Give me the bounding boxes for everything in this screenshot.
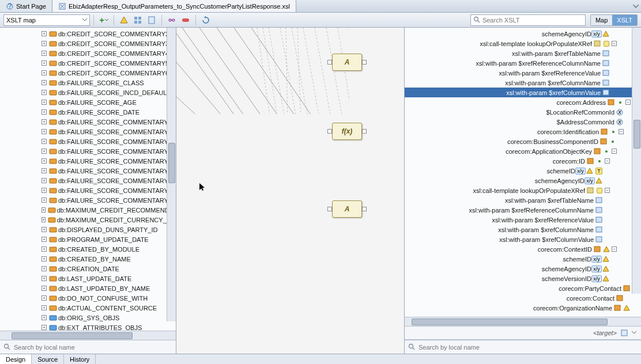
collapse-icon[interactable]: − [605,188,610,193]
collapse-icon[interactable]: + [42,129,47,134]
source-tree-item[interactable]: +db:FAILURE_SCORE_DATE [0,107,176,117]
target-tree-item[interactable]: corecom:Identification− [405,127,641,136]
minimize-icon[interactable] [631,0,641,12]
view-tab-source[interactable]: Source [32,354,64,364]
target-tree-item[interactable]: corecom:BusinessComponentID [405,136,641,146]
toolbar-btn-3[interactable] [145,14,158,26]
source-tree-item[interactable]: +db:CREDIT_SCORE_COMMENTARY5 [0,58,176,68]
target-tree-item[interactable]: xsl:call-template lookupOrPopulateXRef− [405,185,641,195]
source-tree-item[interactable]: +db:ACTUAL_CONTENT_SOURCE [0,303,176,313]
collapse-icon[interactable]: + [42,256,47,261]
source-tree-item[interactable]: +db:CREATED_BY_NAME [0,254,176,264]
source-tree-item[interactable]: +db:CREDIT_SCORE_COMMENTARY6 [0,68,176,78]
target-tree-item[interactable]: schemeIDx/y [405,254,641,264]
collapse-icon[interactable]: + [42,109,47,115]
collapse-icon[interactable]: + [42,70,47,75]
collapse-icon[interactable]: + [42,41,47,46]
mapping-canvas[interactable]: A f(x) A [176,28,405,354]
tab-xsl-file[interactable]: EbizAdapterResp_OutputParameters_to_Sync… [52,0,296,12]
source-tree-item[interactable]: +db:CREDIT_SCORE_COMMENTARY2 [0,29,176,39]
target-tree-item[interactable]: schemeIDx/yT [405,166,641,176]
source-tree-item[interactable]: +db:FAILURE_SCORE_COMMENTARY4 [0,146,176,156]
expand-icon[interactable]: + [42,325,47,330]
target-tree-item[interactable]: $AddressCommonIdx [405,117,641,127]
source-tree-item[interactable]: +db:FAILURE_SCORE_COMMENTARY7 [0,176,176,185]
collapse-icon[interactable]: + [42,178,47,183]
toolbar-btn-5[interactable] [179,14,192,26]
toolbar-btn-1[interactable] [118,14,130,26]
input-port[interactable] [327,207,332,211]
collapse-icon[interactable]: − [612,149,617,154]
target-tree-item[interactable]: xsl:with-param $xrefColumnName [405,78,641,88]
collapse-icon[interactable]: + [42,149,47,154]
target-tree-item[interactable]: $LocationRefCommonIdx [405,107,641,117]
collapse-icon[interactable]: + [42,31,47,36]
toolbar-btn-2[interactable] [131,14,144,26]
output-port[interactable] [362,129,367,134]
source-tree-item[interactable]: +db:FAILURE_SCORE_COMMENTARY9 [0,195,176,205]
source-tree-item[interactable]: +db:CREATION_DATE [0,264,176,274]
collapse-icon[interactable]: + [42,305,47,310]
target-tree-item[interactable]: xsl:with-param $xrefReferenceColumnName [405,58,641,68]
collapse-icon[interactable]: + [42,266,47,271]
search-xslt-box[interactable] [470,14,586,26]
source-tree-item[interactable]: +db:FAILURE_SCORE_COMMENTARY2 [0,127,176,136]
target-tree-item[interactable]: schemeAgencyIDx/y [405,29,641,39]
source-tree-item[interactable]: +db:MAXIMUM_CREDIT_CURRENCY_CODE [0,215,176,225]
collapse-icon[interactable]: + [42,247,47,252]
source-tree-item[interactable]: +db:DISPLAYED_DUNS_PARTY_ID [0,225,176,234]
source-tree-item[interactable]: +db:FAILURE_SCORE_AGE [0,97,176,107]
horizontal-scrollbar[interactable] [405,317,641,326]
source-tree-item[interactable]: +db:LAST_UPDATE_DATE [0,274,176,283]
collapse-icon[interactable]: − [619,129,624,134]
target-tree-item[interactable]: xsl:with-param $xrefReferenceValue [405,215,641,225]
collapse-icon[interactable]: + [42,276,47,281]
target-tree-item[interactable]: schemeAgencyIDx/y [405,264,641,274]
toolbar-btn-6[interactable] [199,14,212,26]
add-button[interactable]: + [97,14,110,26]
function-node-a1[interactable]: A [332,54,362,71]
target-tree-item[interactable]: corecom:ID− [405,156,641,166]
collapse-icon[interactable]: + [42,207,46,213]
tab-start-page[interactable]: ? Start Page [0,0,52,12]
collapse-icon[interactable]: + [42,51,47,56]
target-search-input[interactable] [418,344,638,351]
source-tree-item[interactable]: +db:FAILURE_SCORE_COMMENTARY6 [0,166,176,176]
collapse-icon[interactable]: + [42,295,47,301]
source-tree-item[interactable]: +db:FAILURE_SCORE_COMMENTARY3 [0,136,176,146]
source-tree-item[interactable]: +db:PROGRAM_UPDATE_DATE [0,234,176,244]
map-type-select[interactable]: XSLT map [3,14,90,26]
target-tree-item[interactable]: xsl:with-param $xrefColumnName [405,225,641,234]
source-tree-item[interactable]: +db:CREDIT_SCORE_COMMENTARY4 [0,48,176,58]
target-tree-scroll[interactable]: schemeAgencyIDx/yxsl:call-template looku… [405,28,641,317]
collapse-icon[interactable]: + [42,237,47,242]
collapse-icon[interactable]: − [605,158,610,164]
function-node-a2[interactable]: A [332,200,362,218]
view-tab-history[interactable]: History [64,354,96,364]
input-port[interactable] [327,129,332,134]
collapse-icon[interactable]: + [42,139,47,144]
collapse-icon[interactable]: + [42,100,47,105]
collapse-icon[interactable]: − [625,100,631,105]
collapse-icon[interactable]: + [42,198,47,203]
collapse-icon[interactable]: + [42,286,47,291]
target-tree-item[interactable]: corecom:Contact [405,293,641,303]
search-xslt-input[interactable] [482,17,583,24]
function-node-fx[interactable]: f(x) [332,123,362,140]
target-tree-item[interactable]: corecom:ContextID− [405,244,641,254]
expand-icon[interactable]: + [42,315,47,320]
target-tree-item[interactable]: schemeAgencyIDx/y [405,176,641,185]
collapse-icon[interactable]: − [612,41,617,46]
collapse-icon[interactable]: + [42,227,47,232]
collapse-icon[interactable]: + [42,168,47,173]
source-tree-scroll[interactable]: +db:CREDIT_SCORE_COMMENTARY2+db:CREDIT_S… [0,28,176,331]
horizontal-scrollbar[interactable] [0,331,176,340]
target-tree-item[interactable]: xsl:with-param $xrefReferenceValue [405,68,641,78]
output-port[interactable] [362,207,367,211]
target-tree-item[interactable]: xsl:with-param $xrefColumnValue [405,88,641,97]
collapse-icon[interactable]: + [42,217,46,222]
collapse-icon[interactable]: + [42,119,47,124]
source-tree-item[interactable]: +db:FAILURE_SCORE_COMMENTARY [0,117,176,127]
input-port[interactable] [327,60,332,65]
target-tree-item[interactable]: xsl:with-param $xrefTableName [405,195,641,205]
